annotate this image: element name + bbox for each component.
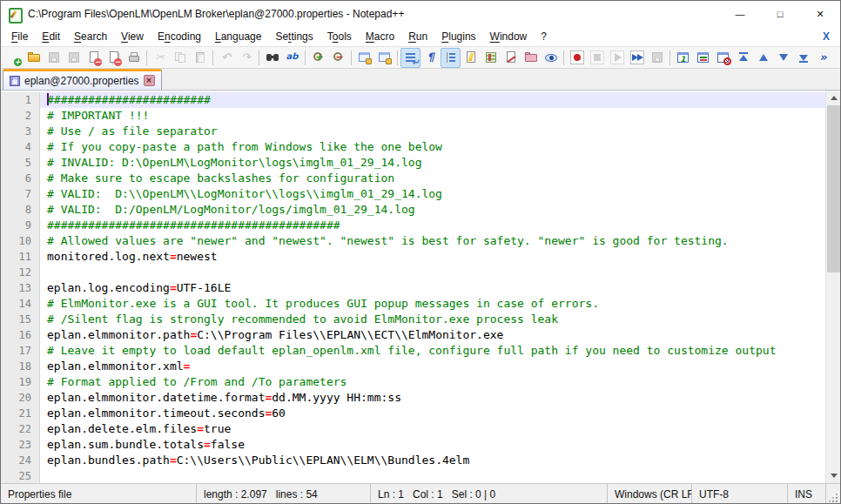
line-number[interactable]: 5 <box>1 155 40 171</box>
menu-file[interactable]: File <box>4 29 35 44</box>
scroll-down-button[interactable] <box>826 468 840 483</box>
line-number[interactable]: 23 <box>1 437 40 453</box>
menu-tools[interactable]: Tools <box>320 29 359 44</box>
sync-horizontal-button[interactable] <box>374 48 394 68</box>
line-number[interactable]: 12 <box>1 265 40 280</box>
code-line[interactable]: eplan.log.encoding=UTF-16LE <box>40 280 825 296</box>
code-line[interactable]: eplan.elmmonitor.timeout.seconds=60 <box>40 406 825 421</box>
word-wrap-button[interactable] <box>400 48 420 68</box>
code-line[interactable]: # IMPORTANT !!! <box>40 108 825 124</box>
macro-run-multiple-button[interactable] <box>627 48 647 68</box>
indent-guide-button[interactable] <box>441 48 461 68</box>
close-all-button[interactable] <box>104 48 124 68</box>
overflow-button[interactable] <box>813 48 833 68</box>
scrollbar-thumb[interactable] <box>827 105 840 272</box>
line-number[interactable]: 6 <box>1 171 40 186</box>
menu-settings[interactable]: Settings <box>268 29 320 44</box>
menu-window[interactable]: Window <box>483 29 535 44</box>
editor-area[interactable]: 1########################2# IMPORTANT !!… <box>1 91 840 483</box>
menu-plugins[interactable]: Plugins <box>434 29 482 44</box>
goto-prev-button[interactable] <box>753 48 773 68</box>
code-line[interactable]: # VALID: D:/OpenLM/LogMonitor/logs/imglm… <box>40 202 825 218</box>
line-number[interactable]: 14 <box>1 296 40 312</box>
menu-close-x[interactable]: X <box>823 30 830 43</box>
goto-first-button[interactable] <box>733 48 753 68</box>
close-button[interactable]: ✕ <box>800 1 840 27</box>
macro-save-button[interactable] <box>647 48 667 68</box>
code-line[interactable]: eplan.elmmonitor.path=C:\\Program Files\… <box>40 327 825 343</box>
menu-edit[interactable]: Edit <box>35 29 67 44</box>
replace-button[interactable] <box>282 48 302 68</box>
monitoring-button[interactable] <box>541 48 561 68</box>
bookmark-toggle-button[interactable] <box>673 48 693 68</box>
menu-macro[interactable]: Macro <box>359 29 401 44</box>
line-number[interactable]: 18 <box>1 359 40 374</box>
macro-stop-button[interactable] <box>587 48 607 68</box>
goto-next-button[interactable] <box>773 48 793 68</box>
maximize-button[interactable]: □ <box>760 1 800 27</box>
line-number[interactable]: 3 <box>1 124 40 139</box>
doc-map-button[interactable] <box>481 48 501 68</box>
line-number[interactable]: 25 <box>1 468 40 483</box>
code-line[interactable] <box>40 265 825 280</box>
line-number[interactable]: 20 <box>1 390 40 406</box>
code-line[interactable]: # Make sure to escape backslashes for co… <box>40 171 825 186</box>
document-list-button[interactable] <box>501 48 521 68</box>
sync-vertical-button[interactable] <box>354 48 374 68</box>
line-number[interactable]: 1 <box>1 92 40 108</box>
code-line[interactable]: # ElmMonitor.exe is a GUI tool. It produ… <box>40 296 825 312</box>
code-line[interactable]: # Use / as file separator <box>40 124 825 139</box>
code-line[interactable] <box>40 468 825 483</box>
define-language-button[interactable] <box>461 48 481 68</box>
code-line[interactable]: # Allowed values are "newer" and "newest… <box>40 233 825 249</box>
code-line[interactable]: # /Silent flag is strongly recommended t… <box>40 312 825 327</box>
code-line[interactable]: # VALID: D:\\OpenLM\\LogMonitor\\logs\\i… <box>40 186 825 202</box>
zoom-in-button[interactable] <box>308 48 328 68</box>
menu-help[interactable]: ? <box>534 29 554 44</box>
copy-button[interactable] <box>170 48 190 68</box>
code-line[interactable]: ########################################… <box>40 218 825 233</box>
line-number[interactable]: 22 <box>1 421 40 437</box>
zoom-out-button[interactable] <box>328 48 348 68</box>
code-line[interactable]: # If you copy-paste a path from Windows … <box>40 139 825 155</box>
paste-button[interactable] <box>190 48 210 68</box>
notepadpp-app-icon[interactable] <box>8 8 21 21</box>
print-button[interactable] <box>124 48 144 68</box>
code-line[interactable]: monitored.log.next=newest <box>40 249 825 265</box>
undo-button[interactable] <box>216 48 236 68</box>
cut-button[interactable] <box>150 48 170 68</box>
tab-close-icon[interactable]: ✕ <box>144 75 155 86</box>
bookmark-view-button[interactable] <box>693 48 713 68</box>
menu-language[interactable]: Language <box>208 29 268 44</box>
folder-as-workspace-button[interactable] <box>521 48 541 68</box>
code-line[interactable]: eplan.elmmonitor.xml= <box>40 359 825 374</box>
vertical-scrollbar[interactable] <box>825 91 840 483</box>
save-button[interactable] <box>44 48 64 68</box>
line-number[interactable]: 15 <box>1 312 40 327</box>
minimize-button[interactable]: — <box>720 1 760 27</box>
find-button[interactable] <box>262 48 282 68</box>
code-line[interactable]: eplan.sum.bundle.totals=false <box>40 437 825 453</box>
line-number[interactable]: 9 <box>1 218 40 233</box>
code-line[interactable]: eplan.delete.elm.files=true <box>40 421 825 437</box>
show-all-characters-button[interactable] <box>420 48 441 68</box>
new-file-button[interactable] <box>3 48 24 68</box>
line-number[interactable]: 21 <box>1 406 40 421</box>
line-number[interactable]: 16 <box>1 327 40 343</box>
goto-last-button[interactable] <box>793 48 813 68</box>
line-number[interactable]: 8 <box>1 202 40 218</box>
code-line[interactable]: eplan.bundles.path=C:\\Users\\Public\\EP… <box>40 453 825 468</box>
menu-run[interactable]: Run <box>401 29 434 44</box>
scroll-up-button[interactable] <box>826 91 840 105</box>
code-line[interactable]: # Format applied to /From and /To parame… <box>40 374 825 390</box>
line-number[interactable]: 17 <box>1 343 40 359</box>
redo-button[interactable] <box>236 48 256 68</box>
line-number[interactable]: 19 <box>1 374 40 390</box>
code-line[interactable]: eplan.elmmonitor.datetime.format=dd.MM.y… <box>40 390 825 406</box>
menu-view[interactable]: View <box>114 29 151 44</box>
line-number[interactable]: 13 <box>1 280 40 296</box>
line-number[interactable]: 2 <box>1 108 40 124</box>
line-number[interactable]: 11 <box>1 249 40 265</box>
code-line[interactable]: # Leave it empty to load default eplan_o… <box>40 343 825 359</box>
line-number[interactable]: 4 <box>1 139 40 155</box>
